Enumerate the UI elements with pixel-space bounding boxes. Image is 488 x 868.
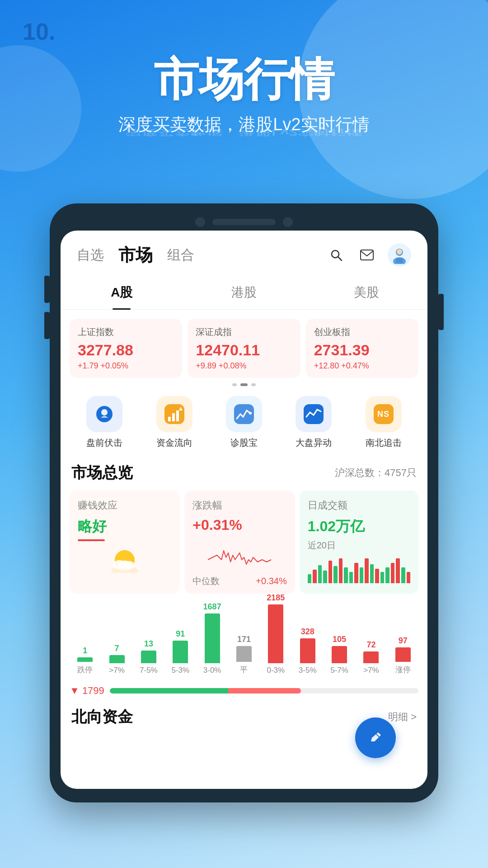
tab-a-shares[interactable]: A股	[61, 276, 183, 309]
svg-rect-11	[172, 413, 175, 421]
tool-market-change[interactable]: 大盘异动	[279, 396, 348, 449]
dist-label-3: 5-3%	[171, 666, 189, 675]
index-card-sz[interactable]: 深证成指 12470.11 +9.89 +0.08%	[188, 319, 300, 378]
money-flow-icon	[156, 396, 192, 432]
tab-watchlist[interactable]: 自选	[77, 246, 104, 264]
vol-bar-19	[407, 572, 411, 583]
front-sensor	[283, 217, 293, 227]
money-flow-label: 资金流向	[156, 437, 192, 449]
cy-index-change: +12.80 +0.47%	[314, 361, 410, 371]
dist-value-1: 7	[115, 644, 119, 653]
app-version: 10.	[23, 18, 55, 45]
vol-bar-9	[354, 563, 358, 583]
north-south-icon: N S	[366, 396, 402, 432]
change-card-sub-value: +0.34%	[256, 576, 286, 586]
vol-bar-16	[391, 563, 395, 583]
tool-stock-diagnosis[interactable]: 诊股宝	[209, 396, 279, 449]
tab-market[interactable]: 市场	[118, 244, 153, 267]
tool-north-south[interactable]: N S 南北追击	[349, 396, 418, 449]
dist-value-10: 97	[399, 636, 408, 646]
pre-market-icon	[86, 396, 122, 432]
sz-index-label: 深证成指	[196, 326, 292, 338]
market-overview-header: 市场总览 沪深总数：4757只	[61, 458, 427, 491]
profit-card-title: 赚钱效应	[78, 499, 172, 512]
dist-value-3: 91	[176, 629, 185, 639]
index-card-cy[interactable]: 创业板指 2731.39 +12.80 +0.47%	[306, 319, 418, 378]
vol-bar-14	[380, 572, 385, 583]
sh-index-change: +1.79 +0.05%	[78, 361, 174, 371]
vol-bar-15	[385, 567, 389, 583]
pre-market-label: 盘前伏击	[86, 437, 122, 449]
market-change-label: 大盘异动	[296, 437, 332, 449]
profit-card[interactable]: 赚钱效应 略好	[70, 491, 180, 594]
dist-label-1: >7%	[109, 666, 125, 675]
vol-bar-1	[313, 570, 317, 583]
vol-bar-5	[333, 566, 338, 583]
tool-pre-market[interactable]: 盘前伏击	[70, 396, 139, 449]
change-card[interactable]: 涨跌幅 +0.31% 中位数 +0.34%	[184, 491, 295, 594]
north-funds-link[interactable]: 明细 >	[388, 710, 417, 724]
cy-index-label: 创业板指	[314, 326, 410, 338]
tool-grid: 盘前伏击 资金流向	[61, 392, 427, 458]
dist-label-9: >7%	[363, 666, 379, 675]
dist-label-2: 7-5%	[140, 666, 158, 675]
progress-bar-fill	[110, 688, 301, 693]
profit-card-value: 略好	[78, 517, 172, 537]
dist-bar-3	[173, 641, 188, 663]
dist-bar-6	[268, 604, 283, 663]
dot-3	[251, 383, 256, 386]
market-overview-title: 市场总览	[71, 462, 133, 483]
svg-text:S: S	[384, 410, 389, 419]
mail-icon[interactable]	[357, 245, 377, 265]
dist-bar-1	[109, 655, 125, 663]
vol-bar-12	[370, 564, 374, 583]
index-cards: 上证指数 3277.88 +1.79 +0.05% 深证成指 12470.11 …	[61, 310, 427, 378]
app-header: 自选 市场 组合	[61, 231, 427, 267]
search-icon[interactable]	[326, 245, 346, 265]
dist-value-0: 1	[83, 646, 87, 656]
vol-bar-0	[308, 574, 312, 583]
tool-money-flow[interactable]: 资金流向	[139, 396, 209, 449]
volume-bars-mini	[308, 556, 410, 583]
tab-hk-shares[interactable]: 港股	[183, 276, 305, 309]
svg-rect-10	[168, 417, 171, 421]
svg-rect-6	[396, 258, 403, 263]
volume-card-value: 1.02万亿	[308, 517, 410, 537]
dist-bar-9	[363, 651, 379, 663]
volume-card[interactable]: 日成交额 1.02万亿 近20日	[300, 491, 418, 594]
dist-value-7: 328	[301, 627, 314, 637]
distribution-section: 1跌停7>7%137-5%915-3%16873-0%171平21850-3%3…	[61, 603, 427, 679]
front-camera	[195, 217, 205, 227]
dist-label-6: 0-3%	[267, 666, 285, 675]
overview-cards: 赚钱效应 略好	[61, 491, 427, 603]
avatar[interactable]	[388, 243, 411, 267]
svg-line-1	[338, 257, 342, 260]
vol-bar-6	[339, 558, 343, 583]
tab-us-shares[interactable]: 美股	[305, 276, 427, 309]
sh-index-value: 3277.88	[78, 342, 174, 359]
phone-mockup: 自选 市场 组合	[50, 203, 438, 802]
fab-button[interactable]	[355, 717, 396, 758]
market-change-icon	[296, 396, 332, 432]
dist-label-8: 5-7%	[330, 666, 348, 675]
dist-label-4: 3-0%	[203, 666, 221, 675]
dist-value-4: 1687	[203, 602, 221, 612]
change-card-sub-label: 中位数	[192, 575, 220, 587]
phone-notch	[61, 217, 427, 227]
vol-bar-10	[360, 567, 364, 583]
index-card-sh[interactable]: 上证指数 3277.88 +1.79 +0.05%	[70, 319, 182, 378]
vol-bar-4	[328, 561, 333, 583]
dist-label-7: 3-5%	[299, 666, 317, 675]
svg-text:N: N	[377, 410, 383, 419]
svg-point-25	[124, 561, 135, 569]
vol-bar-7	[344, 567, 348, 583]
dist-value-5: 171	[237, 635, 251, 644]
sh-index-label: 上证指数	[78, 326, 174, 338]
vol-bar-18	[401, 567, 405, 583]
dist-bar-5	[236, 646, 252, 662]
vol-bar-2	[318, 565, 322, 583]
volume-down-button	[44, 312, 50, 339]
down-count: ▼ 1799	[70, 685, 104, 697]
dist-col-2: 137-5%	[133, 639, 164, 675]
tab-portfolio[interactable]: 组合	[167, 246, 194, 264]
